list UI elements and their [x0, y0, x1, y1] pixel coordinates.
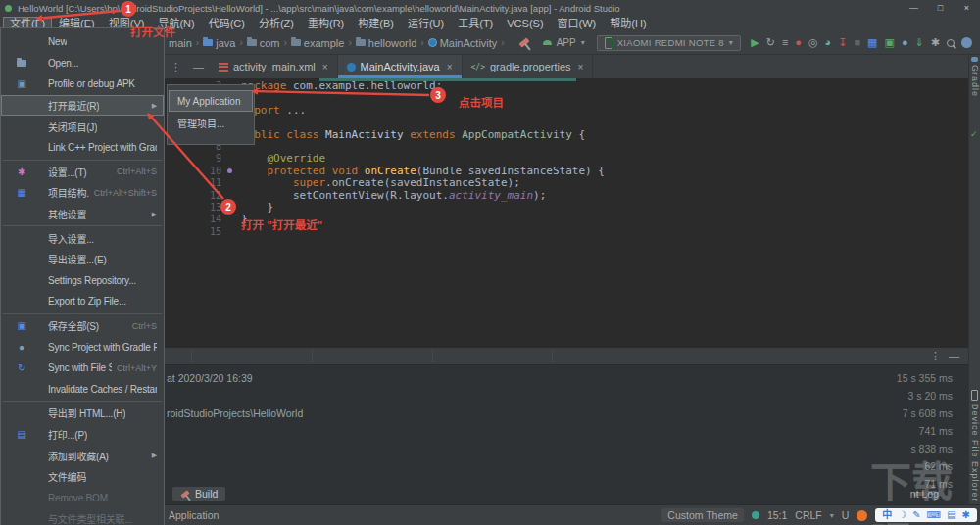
menubar-item-7[interactable]: 构建(B)	[351, 17, 401, 31]
encoding[interactable]: U	[842, 509, 850, 521]
override-marker-icon[interactable]	[227, 168, 232, 173]
close-icon[interactable]: ×	[447, 62, 453, 72]
run-config-label: APP	[557, 37, 576, 48]
file-menu-item-label: 保存全部(S)	[48, 318, 99, 333]
close-icon[interactable]: ×	[578, 62, 584, 72]
keyboard-icon[interactable]: ⌨	[927, 510, 941, 520]
layout-inspector-icon[interactable]: ▦	[867, 37, 877, 48]
search-icon[interactable]	[947, 39, 955, 47]
file-menu-item-6[interactable]: ✱设置...(T)Ctrl+Alt+S	[1, 162, 164, 183]
line-number: 10	[165, 166, 223, 177]
close-button[interactable]: ×	[954, 3, 980, 13]
run-tasks-icon[interactable]: ≡	[782, 37, 788, 48]
close-icon[interactable]: ×	[322, 62, 328, 72]
file-menu-item-label: 打印...(P)	[48, 427, 87, 442]
gradle-tool-window-tab[interactable]: Gradle	[969, 57, 980, 97]
settings-icon[interactable]: ✱	[931, 37, 940, 48]
file-menu-item-22[interactable]: 与文件类型相关联...	[1, 508, 164, 525]
breadcrumb-item-3[interactable]: example	[291, 37, 345, 49]
menubar-item-8[interactable]: 运行(U)	[401, 17, 451, 31]
maximize-button[interactable]: □	[927, 3, 954, 13]
build-hammer-icon[interactable]	[518, 37, 529, 47]
file-menu-item-20[interactable]: 文件编码	[1, 466, 164, 488]
submenu-item-0[interactable]: My Application	[169, 90, 253, 112]
profiler-gauge-icon[interactable]: ◕	[825, 37, 832, 48]
code-text: public class MainActivity extends AppCom…	[223, 129, 585, 141]
build-tool-window-tab[interactable]: Build	[172, 487, 225, 501]
file-menu-item-4[interactable]: 关闭项目(J)	[1, 116, 164, 137]
file-menu-item-15[interactable]: ↻Sync with File SystemCtrl+Alt+Y	[1, 358, 164, 379]
editor-tab-bar: ⋮—activity_main.xml×MainActivity.java×</…	[165, 55, 968, 78]
avatar[interactable]	[961, 37, 972, 48]
profile-icon[interactable]: ●	[795, 37, 802, 48]
breadcrumb-item-4[interactable]: helloworld	[356, 37, 417, 49]
kebab-menu-icon[interactable]: ⋮	[165, 61, 187, 73]
menubar-item-12[interactable]: 帮助(H)	[603, 17, 653, 31]
android-studio-logo-icon	[5, 5, 12, 12]
file-menu-item-1[interactable]: Open...	[1, 53, 164, 74]
zh-input-icon[interactable]: 中	[882, 510, 892, 520]
file-menu-item-5[interactable]: Link C++ Project with Gradle	[1, 137, 164, 159]
attach-debugger-icon[interactable]: ↧	[838, 37, 847, 48]
sogou-ime-icon[interactable]	[857, 510, 867, 521]
stop-icon[interactable]: ■	[854, 37, 860, 48]
menubar-item-6[interactable]: 重构(R)	[301, 17, 351, 31]
breadcrumb-item-5[interactable]: MainActivity	[428, 37, 498, 49]
ime-settings-icon[interactable]: ✱	[962, 510, 970, 520]
run-icon[interactable]: ▶	[751, 37, 759, 48]
file-menu-item-14[interactable]: ●Sync Project with Gradle Files	[1, 336, 164, 358]
file-menu-item-17[interactable]: 导出到 HTML...(H)	[1, 403, 164, 424]
menu-separator	[3, 225, 162, 226]
file-menu-item-21[interactable]: Remove BOM	[1, 487, 164, 508]
menubar-item-10[interactable]: VCS(S)	[500, 17, 550, 31]
sdk-manager-icon[interactable]: ⇓	[915, 37, 924, 48]
event-log-button[interactable]: nt Log	[910, 488, 939, 500]
menubar-item-9[interactable]: 工具(T)	[451, 17, 500, 31]
file-menu-item-label: 导出到 HTML...(H)	[48, 406, 125, 420]
apply-changes-icon[interactable]: ↻	[766, 37, 775, 48]
hide-panel-icon[interactable]: —	[949, 350, 959, 362]
hide-tabs-icon[interactable]: —	[187, 61, 210, 72]
theme-indicator[interactable]: Custom Theme	[662, 508, 744, 522]
breadcrumb-item-1[interactable]: java	[203, 37, 235, 49]
pen-icon[interactable]: ✎	[912, 510, 920, 520]
file-menu-item-13[interactable]: ▣保存全部(S)Ctrl+S	[1, 315, 164, 337]
gradle-sync-icon[interactable]: ●	[902, 37, 908, 48]
file-menu-item-label: Open...	[48, 58, 78, 69]
menubar-item-4[interactable]: 代码(C)	[202, 17, 252, 31]
bottom-tool-tabs: Build nt Log	[165, 486, 968, 501]
tab-0[interactable]: activity_main.xml×	[210, 55, 338, 78]
breadcrumb-item-2[interactable]: com	[247, 37, 280, 49]
device-selector[interactable]: XIAOMI REDMI NOTE 8 ▾	[597, 35, 741, 51]
file-menu-item-16[interactable]: Invalidate Caches / Restart...	[1, 379, 164, 401]
moon-icon[interactable]: ☽	[898, 510, 906, 520]
tab-2[interactable]: </>gradle.properties×	[463, 55, 594, 78]
file-menu-item-19[interactable]: 添加到收藏(A)▶	[1, 445, 164, 466]
kebab-menu-icon[interactable]: ⋮	[930, 350, 941, 362]
ime-toolbar[interactable]: 中☽✎⌨▤✱	[875, 508, 977, 522]
file-menu-item-2[interactable]: ▣Profile or debug APK	[1, 73, 164, 95]
run-config-selector[interactable]: APP ▾	[543, 37, 585, 48]
code-editor[interactable]: 3package com.example.helloworld;45import…	[165, 78, 968, 348]
chevron-down-icon: ▾	[581, 38, 585, 47]
file-menu-item-18[interactable]: ▤打印...(P)	[1, 424, 164, 446]
avd-manager-icon[interactable]: ▣	[885, 37, 895, 48]
caret-position[interactable]: 15:1	[767, 509, 787, 521]
file-menu-item-3[interactable]: 打开最近(R)▶	[1, 95, 164, 117]
minimize-button[interactable]: —	[901, 3, 927, 13]
file-menu-item-11[interactable]: Settings Repository...	[1, 270, 164, 292]
file-menu-item-7[interactable]: ▦项目结构...Ctrl+Alt+Shift+S	[1, 182, 164, 204]
menubar-item-11[interactable]: 窗口(W)	[551, 17, 604, 31]
device-file-explorer-tab[interactable]: Device File Explorer	[969, 390, 980, 502]
file-menu-item-9[interactable]: 导入设置...	[1, 227, 164, 249]
file-menu-item-label: Settings Repository...	[48, 275, 136, 286]
record-icon[interactable]: ◎	[808, 37, 818, 48]
clipboard-icon[interactable]: ▤	[947, 510, 956, 520]
line-separator[interactable]: CRLF	[795, 509, 821, 521]
tab-1[interactable]: MainActivity.java×	[338, 55, 463, 78]
file-menu-item-10[interactable]: 导出设置...(E)	[1, 249, 164, 270]
menubar-item-5[interactable]: 分析(Z)	[252, 17, 301, 31]
file-menu-item-12[interactable]: Export to Zip File...	[1, 291, 164, 312]
submenu-item-1[interactable]: 管理项目...	[169, 112, 253, 133]
file-menu-item-8[interactable]: 其他设置▶	[1, 204, 164, 225]
